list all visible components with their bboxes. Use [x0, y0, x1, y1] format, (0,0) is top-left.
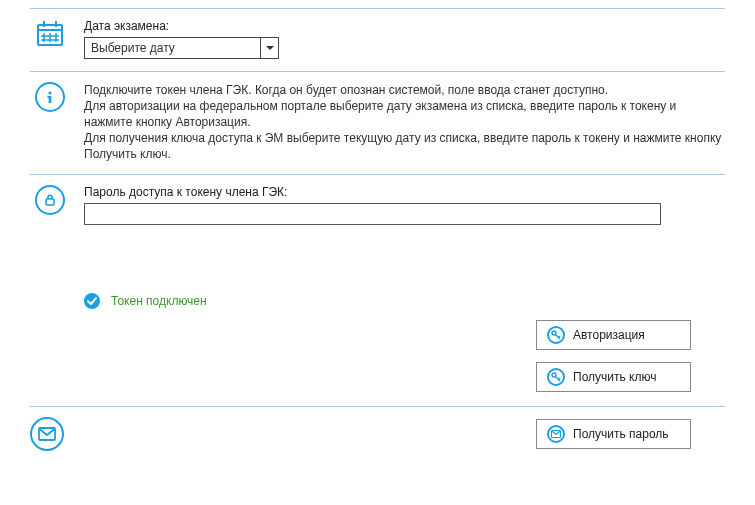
info-text: Подключите токен члена ГЭК. Когда он буд…: [84, 82, 725, 162]
envelope-icon: [547, 425, 565, 443]
password-row: Пароль доступа к токену члена ГЭК:: [30, 175, 725, 237]
exam-date-select[interactable]: Выберите дату: [84, 37, 279, 59]
password-input[interactable]: [84, 203, 661, 225]
check-icon: [83, 292, 101, 310]
info-row: Подключите токен члена ГЭК. Когда он буд…: [30, 72, 725, 175]
svg-line-16: [559, 336, 561, 338]
chevron-down-icon: [260, 38, 278, 58]
get-key-button[interactable]: Получить ключ: [536, 362, 691, 392]
footer-row: Получить пароль: [30, 406, 725, 451]
auth-button[interactable]: Авторизация: [536, 320, 691, 350]
svg-rect-12: [46, 199, 54, 205]
key-icon: [547, 326, 565, 344]
svg-line-19: [559, 378, 561, 380]
status-block: Токен подключен Авторизация Получить: [30, 292, 725, 392]
get-password-button-label: Получить пароль: [573, 427, 669, 441]
svg-point-9: [48, 91, 51, 94]
svg-rect-11: [48, 96, 50, 98]
key-icon: [547, 368, 565, 386]
lock-icon: [35, 185, 65, 215]
get-password-button[interactable]: Получить пароль: [536, 419, 691, 449]
svg-point-13: [84, 293, 100, 309]
envelope-icon: [30, 417, 64, 451]
token-status: Токен подключен: [83, 292, 725, 310]
calendar-icon: [30, 19, 70, 49]
token-status-text: Токен подключен: [111, 294, 207, 308]
password-label: Пароль доступа к токену члена ГЭК:: [84, 185, 725, 199]
info-icon: [35, 82, 65, 112]
exam-date-value: Выберите дату: [91, 41, 175, 55]
get-key-button-label: Получить ключ: [573, 370, 656, 384]
exam-date-row: Дата экзамена: Выберите дату: [30, 8, 725, 72]
exam-date-label: Дата экзамена:: [84, 19, 725, 33]
auth-button-label: Авторизация: [573, 328, 645, 342]
